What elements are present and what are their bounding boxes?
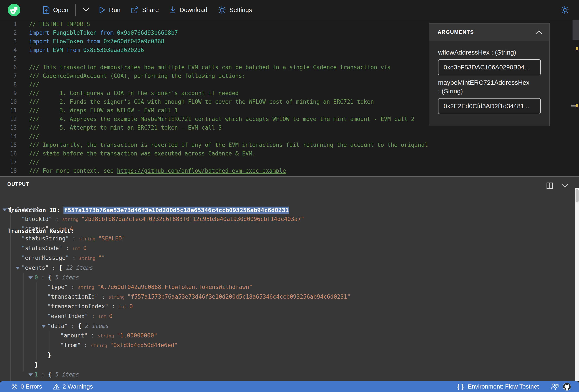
json-tree-row: { 6 items xyxy=(0,205,570,214)
json-tree-row: "from" : string "0xfd3b4cd50d44e6ed" xyxy=(0,340,570,350)
code-token: /// 2. Funds the signer's COA with enoug… xyxy=(29,99,374,105)
code-token: /// state before the transaction was exe… xyxy=(29,150,256,157)
json-key: "statusString" xyxy=(22,235,69,242)
status-bar: 0 Errors 2 Warnings { } Environment: Flo… xyxy=(0,381,579,392)
run-button[interactable]: Run xyxy=(99,6,121,14)
code-token: from xyxy=(66,47,83,53)
collapse-triangle-icon[interactable] xyxy=(41,325,46,328)
code-token: // TESTNET IMPORTS xyxy=(29,21,90,27)
json-key: "blockId" xyxy=(22,216,52,222)
theme-toggle-button[interactable] xyxy=(560,5,570,15)
json-tree-row: "transactionId" : string "f557a1573b76aa… xyxy=(0,292,570,302)
output-scrollbar-thumb[interactable] xyxy=(576,189,579,202)
json-col: : xyxy=(81,342,91,348)
line-number: 16 xyxy=(0,149,17,158)
collapse-triangle-icon[interactable] xyxy=(28,373,33,376)
braces-icon: { } xyxy=(457,383,464,390)
collapse-triangle-icon[interactable] xyxy=(28,277,33,279)
code-token: /// 1. Configures a COA in the signer's … xyxy=(29,90,239,96)
json-tree-row: "eventIndex" : int 0 xyxy=(0,311,570,321)
json-str: "2b28cbfb87da2cfec4f0232c6f883f0f12c95b3… xyxy=(81,216,304,222)
arguments-body: wflowAddressHex : (String) 0xd3bF53DAC10… xyxy=(430,41,549,126)
json-tree-row: "data" : { 2 items xyxy=(0,321,570,331)
open-dropdown-button[interactable] xyxy=(82,7,90,12)
code-link[interactable]: https://github.com/onflow/batched-evm-ex… xyxy=(117,168,286,174)
line-number: 2 xyxy=(0,28,17,37)
json-typ: int xyxy=(98,314,109,319)
json-idx: 0 xyxy=(35,274,38,281)
code-token: /// 5. Attempts to mint an ERC721 token … xyxy=(29,124,222,131)
json-key: "from" xyxy=(61,342,81,348)
collapse-output-icon[interactable] xyxy=(562,183,569,188)
json-str: 0 xyxy=(83,245,86,251)
share-icon xyxy=(131,6,139,14)
json-typ: int xyxy=(59,227,70,232)
ruler-warning-mark xyxy=(576,47,578,50)
json-brace: [ xyxy=(59,264,66,271)
warning-icon xyxy=(53,383,60,390)
settings-button[interactable]: Settings xyxy=(218,6,252,14)
code-token: 0x8c5303eaa26202d6 xyxy=(83,47,144,53)
code-token: from xyxy=(100,30,117,36)
code-token: FlowToken xyxy=(53,38,87,45)
error-icon xyxy=(11,383,18,390)
run-label: Run xyxy=(109,6,121,14)
line-number: 6 xyxy=(0,63,17,72)
json-key: "statusCode" xyxy=(22,245,62,251)
code-token: /// xyxy=(29,159,39,165)
output-scrollbar-track[interactable] xyxy=(575,188,579,381)
github-icon[interactable] xyxy=(563,382,571,391)
json-typ: string xyxy=(78,285,97,290)
download-button[interactable]: Download xyxy=(169,6,208,14)
code-token: from xyxy=(86,38,103,45)
code-line: 15/// Importantly, the transaction is re… xyxy=(0,141,579,149)
split-view-icon[interactable] xyxy=(546,182,553,189)
argument-input[interactable]: 0xd3bF53DAC106A0290B04... xyxy=(438,59,541,75)
arguments-header[interactable]: ARGUMENTS xyxy=(430,23,549,41)
json-str: "SEALED" xyxy=(98,235,125,242)
download-label: Download xyxy=(180,6,208,14)
json-items: 5 items xyxy=(55,274,79,281)
line-number: 12 xyxy=(0,115,17,123)
json-typ: int xyxy=(119,304,130,309)
json-col: : xyxy=(52,216,62,222)
line-number: 10 xyxy=(0,98,17,106)
json-brace: { xyxy=(78,322,85,330)
json-str: "0xfd3b4cd50d44e6ed" xyxy=(110,342,177,348)
json-tree-row: "statusCode" : int 0 xyxy=(0,243,570,253)
share-label: Share xyxy=(142,6,159,14)
json-key: "eventIndex" xyxy=(48,313,88,319)
settings-label: Settings xyxy=(229,6,252,14)
code-line: 18/// For more context, see https://gith… xyxy=(0,167,579,175)
code-token: /// CadenceOwnedAccount (COA), performin… xyxy=(29,73,245,79)
json-items: 2 items xyxy=(85,323,109,329)
share-button[interactable]: Share xyxy=(131,6,159,14)
collapse-triangle-icon[interactable] xyxy=(2,209,7,211)
collapse-triangle-icon[interactable] xyxy=(15,267,20,270)
arguments-panel: ARGUMENTS wflowAddressHex : (String) 0xd… xyxy=(429,23,550,126)
warnings-status[interactable]: 2 Warnings xyxy=(53,383,93,390)
line-number: 1 xyxy=(0,20,17,28)
environment-label[interactable]: Environment: Flow Testnet xyxy=(468,383,539,390)
line-number: 17 xyxy=(0,158,17,167)
line-number: 8 xyxy=(0,80,17,89)
flow-runner-app: Open Run Share Download xyxy=(0,0,579,392)
argument-input[interactable]: 0x2E2Ed0Cfd3AD2f1d34481... xyxy=(438,98,541,114)
json-typ: string xyxy=(98,333,117,338)
json-typ: string xyxy=(91,343,110,348)
code-token: /// 4. Approves the example MaybeMintERC… xyxy=(29,116,414,122)
line-number: 5 xyxy=(0,54,17,63)
ruler-warning-mark xyxy=(576,104,578,107)
toolbar-divider xyxy=(75,4,76,16)
line-number: 11 xyxy=(0,106,17,115)
editor-scrollbar[interactable] xyxy=(573,20,579,40)
json-typ: string xyxy=(79,256,98,261)
open-button[interactable]: Open xyxy=(43,6,69,14)
feedback-icon[interactable] xyxy=(551,383,559,390)
line-number: 13 xyxy=(0,123,17,132)
code-line: 14/// xyxy=(0,132,579,141)
errors-status[interactable]: 0 Errors xyxy=(11,383,42,390)
json-key: "transactionId" xyxy=(48,293,98,300)
output-panel[interactable]: OUTPUT Transaction ID: f557a1573b76aa53e… xyxy=(0,176,579,381)
open-file-icon xyxy=(43,6,50,14)
